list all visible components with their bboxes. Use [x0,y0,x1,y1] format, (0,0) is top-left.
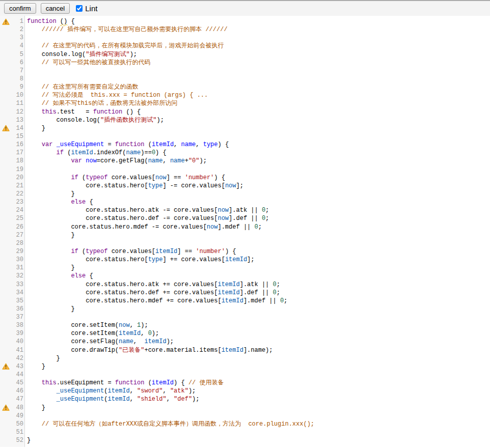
code-line[interactable]: 52} [0,436,490,444]
lint-toggle[interactable]: Lint [76,4,97,13]
code-line[interactable]: 26 core.status.hero.mdef -= core.values[… [0,223,490,231]
code-line[interactable]: 37 [0,313,490,321]
code-line[interactable]: 23 else { [0,198,490,206]
code-line-text: core.status.hero.def += core.values[item… [23,289,490,297]
code-line[interactable]: 11 // 如果不写this的话，函数将无法被外部所访问 [0,99,490,107]
code-line[interactable]: 25 core.status.hero.def -= core.values[n… [0,214,490,222]
lint-warning-icon[interactable] [2,363,10,370]
code-token: name [170,157,185,164]
code-line[interactable]: 50 // 可以在任何地方（如afterXXX或自定义脚本事件）调用函数，方法为… [0,420,490,428]
code-line[interactable]: 12 this.test = function () { [0,108,490,116]
code-token: } [27,232,75,239]
code-line[interactable]: 32 else { [0,272,490,280]
code-line[interactable]: 6 // 可以写一些其他的被直接执行的代码 [0,59,490,67]
code-line[interactable]: 42 } [0,354,490,362]
code-token: this [42,379,57,386]
lint-marker-cell-empty [0,75,11,83]
code-line[interactable]: 2 ////// 插件编写，可以在这里写自己额外需要执行的脚本 ////// [0,25,490,34]
code-token: typeof [86,174,107,181]
code-token: var [71,157,82,164]
code-line[interactable]: 44 [0,371,490,379]
code-line[interactable]: 33 core.status.hero.atk += core.values[i… [0,281,490,289]
code-line[interactable]: 8 [0,75,490,83]
code-token: // 可以在任何地方（如afterXXX或自定义脚本事件）调用函数，方法为 co… [27,421,314,428]
lint-marker-cell-empty [0,91,11,99]
code-token: core.setFlag( [27,338,119,345]
code-line-text: core.status.hero[type] -= core.values[no… [23,182,490,190]
code-line[interactable]: 43 } [0,362,490,371]
code-token: ); [130,51,137,58]
code-line-text: _useEquipment(itemId, "shield", "def"); [23,395,490,403]
code-token: core.status.hero[ [27,182,148,189]
lint-marker-cell-empty [0,354,11,362]
code-line[interactable]: 45 this.useEquipment = function (itemId)… [0,379,490,387]
code-token: , [162,157,170,164]
code-line[interactable]: 16 var _useEquipment = function (itemId,… [0,141,490,149]
code-token: // 在这里写的代码，在所有模块加载完毕后，游戏开始前会被执行 [27,42,224,49]
code-line[interactable]: 31 } [0,264,490,272]
lint-marker-cell-empty [0,346,11,354]
code-line[interactable]: 20 if (typeof core.values[now] == 'numbe… [0,174,490,182]
code-line[interactable]: 36 } [0,305,490,313]
code-line[interactable]: 14 } [0,124,490,132]
code-line[interactable]: 22 } [0,190,490,198]
code-line[interactable]: 47 _useEquipment(itemId, "shield", "def"… [0,395,490,403]
cancel-button[interactable]: cancel [41,3,70,14]
code-line[interactable]: 38 core.setItem(now, 1); [0,321,490,329]
code-line[interactable]: 19 [0,165,490,174]
code-token: if [71,174,78,181]
code-token: ); [192,396,199,403]
code-line[interactable]: 4 // 在这里写的代码，在所有模块加载完毕后，游戏开始前会被执行 [0,42,490,50]
lint-marker-cell [0,404,11,412]
code-token: "插件函数执行测试" [100,117,156,124]
line-number: 44 [11,371,23,379]
code-line[interactable]: 1function () { [0,17,490,25]
code-token: else [71,272,86,279]
code-line[interactable]: 18 var now=core.getFlag(name, name+"0"); [0,157,490,165]
code-line[interactable]: 48 } [0,404,490,412]
code-line[interactable]: 10 // 写法必须是 this.xxx = function (args) {… [0,91,490,99]
code-line[interactable]: 7 [0,67,490,75]
code-line[interactable]: 41 core.drawTip("已装备"+core.material.item… [0,346,490,354]
code-line-text: // 如果不写this的话，函数将无法被外部所访问 [23,99,490,107]
code-line[interactable]: 15 [0,132,490,141]
code-line[interactable]: 5 console.log("插件编写测试"); [0,50,490,59]
code-line[interactable]: 24 core.status.hero.atk -= core.values[n… [0,206,490,214]
code-token: () { [122,108,141,116]
code-token: var [42,141,53,148]
code-line[interactable]: 3 [0,34,490,42]
code-token: 0 [148,330,152,337]
line-number: 30 [11,256,23,264]
code-line-text [23,313,490,321]
code-token: core.status.hero.atk += core.values[ [27,281,217,288]
code-token: 0 [152,149,155,156]
code-line[interactable]: 39 core.setItem(itemId, 0); [0,329,490,338]
code-line[interactable]: 17 if (itemId.indexOf(name)==0) { [0,149,490,157]
lint-checkbox[interactable] [76,5,83,12]
line-number: 29 [11,247,23,256]
code-line[interactable]: 21 core.status.hero[type] -= core.values… [0,182,490,190]
code-line-text: if (itemId.indexOf(name)==0) { [23,149,490,157]
code-editor[interactable]: 1function () {2 ////// 插件编写，可以在这里写自己额外需要… [0,16,490,447]
code-token: ].atk || [229,207,262,214]
code-line[interactable]: 30 core.status.hero[type] += core.values… [0,256,490,264]
line-number: 22 [11,190,23,198]
code-line[interactable]: 35 core.status.hero.mdef += core.values[… [0,297,490,305]
code-line[interactable]: 34 core.status.hero.def += core.values[i… [0,289,490,297]
lint-warning-icon[interactable] [2,125,10,131]
code-line[interactable]: 40 core.setFlag(name, itemId); [0,338,490,346]
lint-warning-icon[interactable] [2,18,10,25]
code-line[interactable]: 51 [0,428,490,436]
code-line[interactable]: 46 _useEquipment(itemId, "sword", "atk")… [0,387,490,395]
code-line[interactable]: 13 console.log("插件函数执行测试"); [0,116,490,124]
code-line[interactable]: 27 } [0,231,490,239]
code-line[interactable]: 9 // 在这里写所有需要自定义的函数 [0,83,490,91]
line-number: 7 [11,67,23,75]
code-line[interactable]: 29 if (typeof core.values[itemId] == 'nu… [0,247,490,256]
code-line-text: core.status.hero[type] += core.values[it… [23,256,490,264]
code-line[interactable]: 28 [0,239,490,247]
line-number: 3 [11,34,23,42]
confirm-button[interactable]: confirm [4,3,36,14]
lint-warning-icon[interactable] [2,404,10,411]
code-line[interactable]: 49 [0,412,490,420]
